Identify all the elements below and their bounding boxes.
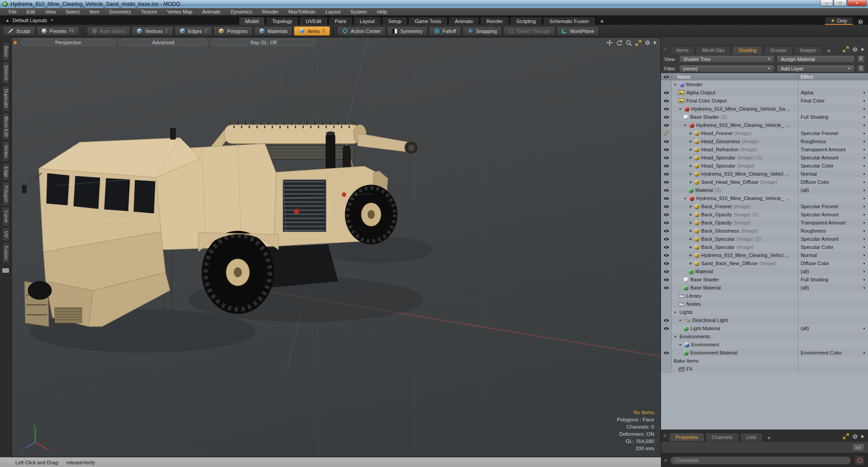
menu-item-animate[interactable]: Animate [197, 8, 225, 15]
expand-plus-icon[interactable]: + [689, 163, 693, 168]
toolbar-edges-button[interactable]: Edges2 [175, 26, 212, 36]
visibility-eye-icon[interactable] [661, 202, 672, 210]
effect-cell[interactable]: ▼ [798, 121, 868, 129]
expander-icon[interactable]: ▼ [679, 319, 683, 322]
layout-tab-game-tools[interactable]: Game Tools [408, 17, 448, 25]
expand-plus-icon[interactable]: + [689, 212, 693, 217]
maximize-icon[interactable] [635, 40, 642, 46]
visibility-eye-icon[interactable] [661, 97, 672, 105]
effect-column-header[interactable]: Effect [798, 74, 868, 79]
left-tab-polygon[interactable]: Polygon [2, 182, 9, 205]
tree-row[interactable]: +Back_Glossiness(Image)Roughness▼ [661, 227, 868, 235]
expander-icon[interactable]: ▼ [679, 343, 683, 346]
effect-dropdown-icon[interactable]: ▼ [863, 351, 866, 355]
expander-icon[interactable]: ▼ [684, 197, 688, 200]
expand-plus-icon[interactable]: + [689, 155, 693, 160]
effect-cell[interactable]: (all)▼ [798, 284, 868, 292]
effect-dropdown-icon[interactable]: ▼ [863, 107, 866, 111]
left-tab-vertex[interactable]: Vertex [2, 141, 9, 161]
tree-row[interactable]: +Head_Specular(Image) (2)Specular Amount… [661, 154, 868, 162]
tree-row[interactable]: Library [661, 292, 868, 300]
expander-icon[interactable]: ▼ [674, 83, 678, 86]
effect-cell[interactable]: Specular Fresnel▼ [798, 202, 868, 210]
tree-row[interactable]: Final Color OutputFinal Color▼ [661, 97, 868, 105]
layout-tab-paint[interactable]: Paint [329, 17, 353, 25]
effect-dropdown-icon[interactable]: ▼ [863, 246, 866, 249]
visibility-eye-icon[interactable] [661, 89, 672, 97]
effect-cell[interactable] [798, 341, 868, 349]
effect-cell[interactable]: Specular Amount▼ [798, 235, 868, 243]
visibility-eye-icon[interactable] [661, 162, 672, 170]
visibility-eye-icon[interactable] [661, 194, 672, 202]
tree-row[interactable]: Base Shader(2)Full Shading▼ [661, 113, 868, 121]
effect-dropdown-icon[interactable]: ▼ [863, 181, 866, 184]
effect-cell[interactable]: Transparent Amount▼ [798, 145, 868, 154]
effect-cell[interactable]: Full Shading▼ [798, 276, 868, 284]
name-column-header[interactable]: Name [672, 74, 798, 79]
effect-dropdown-icon[interactable]: ▼ [863, 124, 866, 127]
gear-icon[interactable] [645, 40, 651, 46]
left-tab-uv[interactable]: UV [2, 228, 9, 241]
effect-cell[interactable] [798, 332, 868, 341]
view-mode-dropdown[interactable]: Shader Tree▼ [679, 55, 774, 63]
panel-tab-shading[interactable]: Shading [732, 46, 763, 54]
tree-row[interactable]: ▼Hydrema_910_Mine_Clearing_Vehicle_ ...▼ [661, 121, 868, 129]
effect-cell[interactable]: (all)▼ [798, 267, 868, 276]
effect-cell[interactable]: Diffuse Color▼ [798, 259, 868, 267]
paint-indicator-icon[interactable] [661, 129, 672, 137]
layout-switcher[interactable]: ▲ Default Layouts ▼ [0, 15, 60, 25]
effect-dropdown-icon[interactable]: ▼ [863, 173, 866, 176]
effect-dropdown-icon[interactable]: ▼ [863, 286, 866, 290]
effect-cell[interactable]: Normal▼ [798, 170, 868, 178]
left-tab-fusion[interactable]: Fusion [2, 243, 9, 263]
layout-tab-setup[interactable]: Setup [382, 17, 408, 25]
visibility-eye-icon[interactable] [661, 121, 672, 129]
visibility-eye-icon[interactable] [661, 170, 672, 178]
minimize-button[interactable]: – [820, 0, 833, 6]
toolbar-select-through-button[interactable]: Select Through [503, 26, 555, 36]
effect-cell[interactable] [798, 357, 868, 365]
visibility-eye-icon[interactable] [661, 324, 672, 332]
effect-dropdown-icon[interactable]: ▼ [863, 156, 866, 159]
layout-tab-model[interactable]: Model [239, 17, 265, 25]
left-tab-basic[interactable]: Basic [2, 42, 9, 61]
maximize-icon[interactable] [843, 46, 849, 52]
visibility-eye-icon[interactable] [661, 227, 672, 235]
expander-icon[interactable]: ▼ [684, 124, 688, 127]
expand-properties-button[interactable]: >> [852, 444, 864, 452]
tree-row[interactable]: +Head_Glossiness(Image)Roughness▼ [661, 137, 868, 145]
command-record-button[interactable] [854, 456, 865, 465]
tree-row[interactable]: Base ShaderFull Shading▼ [661, 276, 868, 284]
panel-arrow-icon[interactable] [654, 41, 657, 45]
effect-dropdown-icon[interactable]: ▼ [863, 327, 866, 330]
effect-dropdown-icon[interactable]: ▼ [863, 99, 866, 103]
visibility-eye-icon[interactable] [661, 154, 672, 162]
expand-plus-icon[interactable]: + [689, 244, 693, 250]
toolbar-materials-button[interactable]: Materials [254, 26, 293, 36]
layout-tab-layout[interactable]: Layout [354, 17, 381, 25]
restore-button[interactable]: □ [834, 0, 847, 6]
tree-row[interactable]: +Head_Refraction(Image)Transparent Amoun… [661, 145, 868, 154]
effect-dropdown-icon[interactable]: ▼ [863, 164, 866, 168]
effect-dropdown-icon[interactable]: ▼ [863, 221, 866, 224]
visibility-eye-icon[interactable] [661, 186, 672, 194]
effect-cell[interactable] [798, 365, 868, 373]
toolbar-items-button[interactable]: Items5 [294, 26, 330, 36]
assign-material-button[interactable]: Assign Material [777, 55, 855, 63]
expand-plus-icon[interactable]: + [689, 171, 693, 177]
panel-widget-icon[interactable] [663, 434, 667, 438]
expand-plus-icon[interactable]: + [689, 179, 693, 185]
effect-dropdown-icon[interactable]: ▼ [863, 189, 866, 192]
maximize-icon[interactable] [843, 433, 849, 439]
tree-row[interactable]: Bake Items [661, 357, 868, 365]
tree-row[interactable]: +Hydrema_910_Mine_Clearing_Vehicl ...Nor… [661, 170, 868, 178]
tree-row[interactable]: Alpha OutputAlpha▼ [661, 89, 868, 97]
layout-tab-topology[interactable]: Topology [266, 17, 298, 25]
effect-dropdown-icon[interactable]: ▼ [863, 254, 866, 257]
gear-icon[interactable] [852, 433, 858, 439]
rotate-icon[interactable] [616, 40, 623, 46]
visibility-eye-icon[interactable] [661, 259, 672, 267]
effect-dropdown-icon[interactable]: ▼ [863, 140, 866, 143]
toolbar-sculpt-button[interactable]: Sculpt [3, 26, 35, 36]
effect-cell[interactable]: Specular Amount▼ [798, 210, 868, 219]
